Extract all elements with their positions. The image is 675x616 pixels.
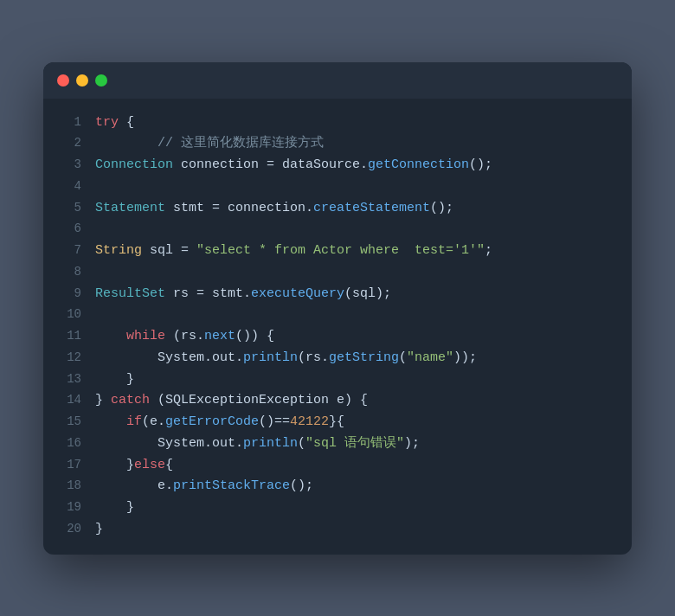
line-text: } xyxy=(95,519,103,541)
line-number: 20 xyxy=(57,519,81,539)
close-button[interactable] xyxy=(57,74,69,87)
line-number: 19 xyxy=(57,497,81,517)
line-text: if(e.getErrorCode()==42122}{ xyxy=(95,412,344,433)
line-number: 14 xyxy=(57,390,81,410)
line-number: 7 xyxy=(57,241,81,260)
code-line: 17 }else{ xyxy=(43,455,632,477)
code-line: 15 if(e.getErrorCode()==42122}{ xyxy=(43,412,632,433)
line-number: 12 xyxy=(57,348,81,368)
line-text: System.out.println("sql 语句错误"); xyxy=(95,433,420,455)
code-line: 6 xyxy=(43,219,632,241)
line-number: 5 xyxy=(57,198,81,218)
code-line: 5Statement stmt = connection.createState… xyxy=(43,198,632,220)
line-text xyxy=(95,219,103,241)
line-number: 8 xyxy=(57,262,81,282)
code-line: 2 // 这里简化数据库连接方式 xyxy=(43,133,632,155)
line-number: 18 xyxy=(57,476,81,496)
line-number: 4 xyxy=(57,176,81,196)
titlebar xyxy=(43,62,632,99)
minimize-button[interactable] xyxy=(76,74,88,87)
code-line: 10 xyxy=(43,305,632,326)
code-window: 1try {2 // 这里简化数据库连接方式3Connection connec… xyxy=(43,62,632,555)
line-text xyxy=(95,176,103,198)
line-text: Connection connection = dataSource.getCo… xyxy=(95,155,492,176)
line-text: } xyxy=(95,369,134,391)
code-line: 18 e.printStackTrace(); xyxy=(43,476,632,497)
line-number: 10 xyxy=(57,305,81,324)
line-text: // 这里简化数据库连接方式 xyxy=(95,133,324,155)
line-text xyxy=(95,305,103,326)
line-text: } catch (SQLExceptionException e) { xyxy=(95,390,368,412)
code-line: 20} xyxy=(43,519,632,541)
line-text: ResultSet rs = stmt.executeQuery(sql); xyxy=(95,284,391,305)
code-line: 1try { xyxy=(43,112,632,134)
code-line: 11 while (rs.next()) { xyxy=(43,326,632,348)
line-text xyxy=(95,262,103,284)
line-text: e.printStackTrace(); xyxy=(95,476,313,497)
code-line: 9ResultSet rs = stmt.executeQuery(sql); xyxy=(43,284,632,305)
maximize-button[interactable] xyxy=(95,74,107,87)
line-number: 11 xyxy=(57,326,81,346)
code-line: 13 } xyxy=(43,369,632,391)
line-number: 9 xyxy=(57,284,81,304)
code-line: 3Connection connection = dataSource.getC… xyxy=(43,155,632,176)
line-text: try { xyxy=(95,112,134,134)
code-line: 14} catch (SQLExceptionException e) { xyxy=(43,390,632,412)
line-number: 13 xyxy=(57,369,81,389)
code-editor: 1try {2 // 这里简化数据库连接方式3Connection connec… xyxy=(43,99,632,555)
line-number: 3 xyxy=(57,155,81,175)
code-line: 7String sql = "select * from Actor where… xyxy=(43,241,632,262)
code-line: 16 System.out.println("sql 语句错误"); xyxy=(43,433,632,455)
code-line: 4 xyxy=(43,176,632,198)
line-text: System.out.println(rs.getString("name"))… xyxy=(95,348,477,369)
code-line: 19 } xyxy=(43,497,632,519)
line-number: 17 xyxy=(57,455,81,475)
line-number: 2 xyxy=(57,133,81,153)
line-number: 6 xyxy=(57,219,81,239)
code-line: 8 xyxy=(43,262,632,284)
line-text: Statement stmt = connection.createStatem… xyxy=(95,198,453,220)
line-text: while (rs.next()) { xyxy=(95,326,274,348)
line-number: 15 xyxy=(57,412,81,432)
line-text: }else{ xyxy=(95,455,173,477)
line-number: 1 xyxy=(57,112,81,132)
line-text: String sql = "select * from Actor where … xyxy=(95,241,492,262)
code-line: 12 System.out.println(rs.getString("name… xyxy=(43,348,632,369)
line-text: } xyxy=(95,497,134,519)
line-number: 16 xyxy=(57,433,81,453)
